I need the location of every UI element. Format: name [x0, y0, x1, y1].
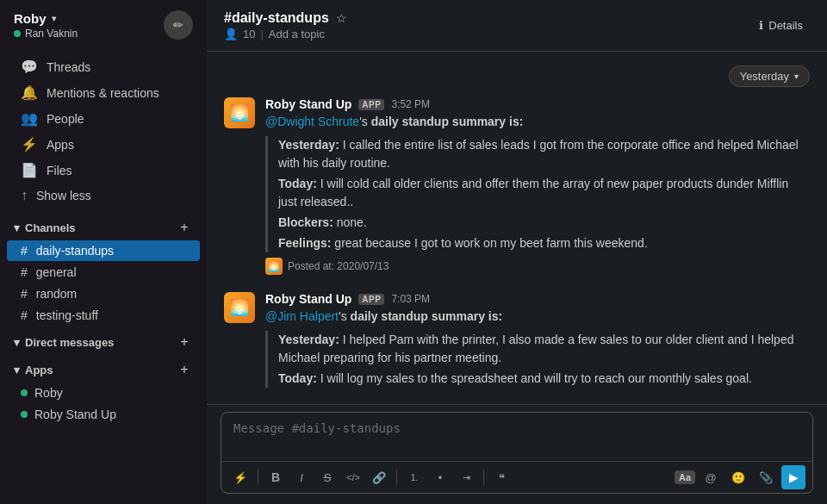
channel-header: #daily-standups ☆ 👤 10 | Add a topic ℹ D…	[207, 0, 827, 52]
quoted-line: Yesterday: I called the entire list of s…	[278, 136, 810, 172]
posted-at-label: Posted at: 2020/07/13	[288, 260, 389, 272]
dm-collapse-icon: ▾	[14, 336, 20, 349]
emoji-button[interactable]: 🙂	[726, 465, 750, 489]
link-button[interactable]: 🔗	[367, 465, 391, 489]
info-icon: ℹ	[759, 19, 763, 32]
members-count: 10	[243, 28, 255, 40]
channel-name: general	[36, 265, 77, 279]
sidebar-nav: 💬 Threads 🔔 Mentions & reactions 👥 Peopl…	[0, 50, 207, 212]
divider: |	[260, 28, 263, 40]
username-label: Ran Vaknin	[25, 28, 78, 40]
toolbar-divider	[258, 470, 258, 485]
posted-avatar: 🌅	[265, 258, 283, 275]
hash-icon: #	[21, 244, 28, 258]
quoted-line: Feelings: great because I got to work on…	[278, 234, 810, 252]
attach-file-button[interactable]: 📎	[754, 465, 778, 489]
sidebar-item-files[interactable]: 📄 Files	[7, 158, 200, 183]
sidebar-item-mentions[interactable]: 🔔 Mentions & reactions	[7, 80, 200, 105]
main-content: #daily-standups ☆ 👤 10 | Add a topic ℹ D…	[207, 0, 827, 504]
star-icon[interactable]: ☆	[336, 11, 347, 25]
date-nav: Yesterday ▾	[224, 65, 810, 87]
sender-name[interactable]: Roby Stand Up	[265, 97, 351, 111]
add-app-button[interactable]: +	[176, 361, 193, 378]
blockquote-button[interactable]: ❝	[489, 465, 513, 489]
mention[interactable]: @Dwight Schrute	[265, 115, 359, 128]
dm-name: Roby Stand Up	[34, 408, 116, 421]
hash-icon: #	[21, 265, 28, 279]
avatar: 🌅	[224, 292, 255, 323]
strikethrough-button[interactable]: S	[315, 465, 339, 489]
sidebar-item-threads[interactable]: 💬 Threads	[7, 54, 200, 79]
mention[interactable]: @Jim Halpert	[265, 309, 339, 323]
messages-area[interactable]: Yesterday ▾ 🌅 Roby Stand Up APP 3:52 PM …	[207, 52, 827, 404]
avatar: 🌅	[224, 97, 255, 128]
apps-section-left: ▾ Apps	[14, 364, 53, 376]
quoted-block: Yesterday: I helped Pam with the printer…	[265, 331, 810, 388]
lightning-button[interactable]: ⚡	[228, 465, 252, 489]
sidebar-item-people[interactable]: 👥 People	[7, 106, 200, 131]
indent-button[interactable]: ⇥	[454, 465, 478, 489]
online-dot	[21, 389, 28, 396]
channel-title-row: #daily-standups ☆	[224, 10, 347, 26]
show-less-button[interactable]: ↑ Show less	[7, 184, 200, 208]
composer-area: ⚡ B I S </> 🔗 1. • ⇥ ❝ Aa @	[207, 404, 827, 504]
details-button[interactable]: ℹ Details	[752, 16, 810, 35]
chevron-up-icon: ↑	[21, 188, 28, 203]
channel-name: testing-stuff	[36, 308, 98, 322]
quoted-line: Today: I will log my sales to the spread…	[278, 370, 810, 388]
send-button[interactable]: ▶	[781, 465, 805, 489]
channel-item-daily-standups[interactable]: # daily-standups	[7, 240, 200, 261]
show-less-label: Show less	[36, 189, 91, 202]
add-dm-button[interactable]: +	[176, 333, 193, 351]
compose-button[interactable]: ✏	[164, 10, 193, 40]
unordered-list-button[interactable]: •	[428, 465, 452, 489]
workspace-chevron-icon: ▾	[52, 14, 56, 23]
add-topic-button[interactable]: Add a topic	[269, 28, 325, 40]
workspace-name-text: Roby	[14, 11, 47, 26]
sender-name[interactable]: Roby Stand Up	[265, 292, 351, 306]
people-label: People	[47, 112, 84, 126]
bold-button[interactable]: B	[264, 465, 288, 489]
timestamp: 7:03 PM	[391, 293, 430, 305]
channels-label: Channels	[25, 221, 76, 234]
message-header: Roby Stand Up APP 3:52 PM	[265, 97, 810, 111]
dm-list: Roby Roby Stand Up	[0, 382, 207, 426]
ordered-list-button[interactable]: 1.	[402, 465, 426, 489]
date-chevron-icon: ▾	[794, 72, 799, 81]
message-input[interactable]	[221, 413, 812, 457]
composer-toolbar: ⚡ B I S </> 🔗 1. • ⇥ ❝ Aa @	[221, 461, 812, 493]
channel-item-testing-stuff[interactable]: # testing-stuff	[7, 305, 200, 326]
message-block: 🌅 Roby Stand Up APP 3:52 PM @Dwight Schr…	[224, 97, 810, 275]
online-status-dot	[14, 30, 21, 37]
channel-item-general[interactable]: # general	[7, 262, 200, 283]
sidebar-item-apps[interactable]: ⚡ Apps	[7, 132, 200, 157]
apps-section-header[interactable]: ▾ Apps +	[0, 354, 207, 382]
message-header: Roby Stand Up APP 7:03 PM	[265, 292, 810, 306]
hash-icon: #	[21, 308, 28, 322]
text-format-button[interactable]: Aa	[675, 470, 695, 484]
members-icon: 👤	[224, 28, 238, 40]
app-badge: APP	[358, 294, 384, 305]
italic-button[interactable]: I	[289, 465, 314, 489]
add-channel-button[interactable]: +	[176, 219, 193, 236]
sidebar: Roby ▾ Ran Vaknin ✏ 💬 Threads 🔔 Mentions…	[0, 0, 207, 504]
dm-item-roby[interactable]: Roby	[7, 383, 200, 403]
quoted-line: Today: I will cold call older clients an…	[278, 175, 810, 211]
channel-meta: 👤 10 | Add a topic	[224, 28, 347, 40]
mentions-icon: 🔔	[21, 84, 38, 101]
toolbar-divider	[483, 470, 484, 485]
channel-title: #daily-standups	[224, 10, 329, 26]
date-label: Yesterday	[740, 70, 789, 83]
date-pill[interactable]: Yesterday ▾	[729, 65, 810, 87]
channels-section-header[interactable]: ▾ Channels +	[0, 212, 207, 240]
apps-collapse-icon: ▾	[14, 364, 20, 376]
mention-button[interactable]: @	[699, 465, 723, 489]
dm-section-header[interactable]: ▾ Direct messages +	[0, 327, 207, 354]
files-icon: 📄	[21, 162, 38, 178]
dm-item-roby-stand-up[interactable]: Roby Stand Up	[7, 404, 200, 425]
apps-icon: ⚡	[21, 136, 38, 152]
channel-item-random[interactable]: # random	[7, 283, 200, 304]
workspace-header[interactable]: Roby ▾ Ran Vaknin ✏	[0, 0, 207, 50]
details-label: Details	[768, 19, 803, 32]
code-button[interactable]: </>	[341, 465, 365, 489]
